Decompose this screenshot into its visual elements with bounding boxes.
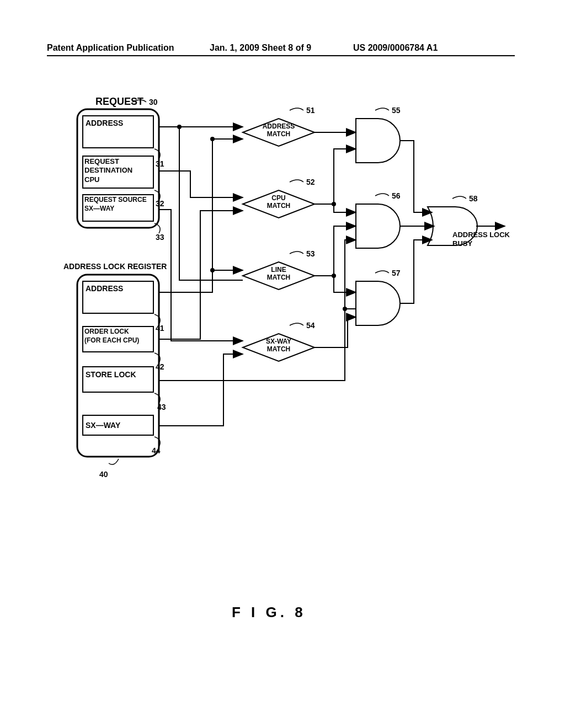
and-gates: 55 56 57 — [356, 106, 401, 325]
ref-52: 52 — [306, 178, 315, 186]
header-rule — [47, 55, 515, 56]
request-title: REQUEST — [95, 96, 143, 107]
ref-44: 44 — [152, 446, 161, 455]
output-label: ADDRESS LOCK BUSY — [452, 231, 515, 248]
req-destcpu: REQUEST DESTINATION CPU — [84, 157, 153, 184]
lockreg-orderlock: ORDER LOCK (FOR EACH CPU) — [84, 328, 153, 345]
lockreg-address: ADDRESS — [86, 284, 123, 293]
lockreg-storelock: STORE LOCK — [86, 370, 136, 379]
req-source: REQUEST SOURCE SX—WAY — [84, 196, 153, 213]
svg-point-10 — [211, 269, 214, 272]
svg-point-12 — [178, 125, 181, 129]
ref-31: 31 — [156, 159, 164, 168]
svg-point-15 — [332, 274, 335, 277]
hdr-right: US 2009/0006784 A1 — [353, 43, 438, 53]
ref-54: 54 — [306, 321, 315, 330]
request-block: REQUEST 30 ADDRESS 31 REQUEST DESTINATIO… — [77, 96, 164, 242]
svg-point-11 — [211, 137, 214, 141]
svg-point-14 — [343, 307, 347, 311]
cmp-address-match: ADDRESS MATCH — [254, 122, 303, 138]
svg-point-13 — [332, 202, 335, 206]
diagram: REQUEST 30 ADDRESS 31 REQUEST DESTINATIO… — [47, 88, 515, 491]
cmp-sxway-match: SX-WAY MATCH — [254, 338, 303, 354]
ref-40: 40 — [99, 470, 108, 479]
ref-57: 57 — [392, 269, 401, 277]
ref-53: 53 — [306, 249, 315, 258]
ref-58: 58 — [469, 194, 478, 203]
hdr-center: Jan. 1, 2009 Sheet 8 of 9 — [210, 43, 311, 53]
cmp-line-match: LINE MATCH — [254, 266, 303, 282]
figure-caption: F I G. 8 — [232, 604, 306, 621]
ref-33: 33 — [156, 233, 164, 242]
comparators: ADDRESS MATCH 51 CPU MATCH 52 LINE MATCH… — [243, 106, 315, 361]
ref-55: 55 — [392, 106, 401, 115]
lockreg-title: ADDRESS LOCK REGISTER — [63, 262, 167, 271]
ref-51: 51 — [306, 106, 315, 115]
ref-43: 43 — [157, 403, 166, 411]
req-address: ADDRESS — [86, 119, 123, 127]
hdr-left: Patent Application Publication — [47, 43, 174, 53]
ref-42: 42 — [156, 362, 164, 371]
lockreg-block: ADDRESS LOCK REGISTER ADDRESS 41 ORDER L… — [63, 262, 167, 479]
ref-56: 56 — [392, 191, 401, 200]
cmp-cpu-match: CPU MATCH — [254, 194, 303, 210]
ref-32: 32 — [156, 199, 164, 208]
page: Patent Application Publication Jan. 1, 2… — [0, 0, 565, 728]
ref-41: 41 — [156, 324, 164, 333]
lockreg-sxway: SX—WAY — [86, 421, 121, 430]
ref-30: 30 — [149, 98, 158, 106]
